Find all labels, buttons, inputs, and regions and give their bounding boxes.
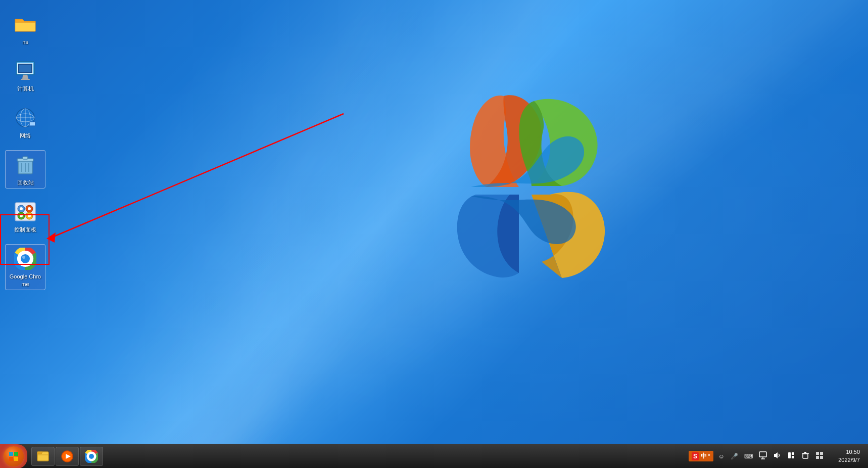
svg-point-21 bbox=[20, 207, 23, 210]
svg-rect-52 bbox=[816, 456, 819, 459]
desktop-icon-computer[interactable]: 计算机 bbox=[5, 57, 45, 94]
desktop-icon-network[interactable]: 网络 bbox=[5, 104, 45, 141]
network-icon bbox=[13, 106, 37, 130]
lang-punctuation: ° bbox=[708, 453, 710, 460]
tray-icon-speaker[interactable] bbox=[771, 450, 783, 462]
tray-icon-trash[interactable] bbox=[799, 450, 811, 462]
svg-rect-50 bbox=[816, 452, 819, 455]
desktop-icon-control-panel[interactable]: 控制面板 bbox=[5, 198, 45, 235]
svg-rect-51 bbox=[820, 452, 823, 455]
svg-line-32 bbox=[49, 114, 344, 239]
svg-rect-19 bbox=[15, 203, 35, 221]
desktop-icon-recycle[interactable]: 回收站 bbox=[5, 150, 45, 189]
svg-rect-4 bbox=[21, 79, 30, 80]
control-panel-icon bbox=[13, 200, 37, 224]
ns-icon-label: ns bbox=[22, 38, 28, 45]
chrome-taskbar-icon bbox=[84, 449, 99, 463]
desktop: ns 计算机 bbox=[0, 0, 868, 468]
recycle-icon-label: 回收站 bbox=[17, 179, 34, 186]
start-button[interactable] bbox=[0, 444, 27, 469]
recycle-icon bbox=[13, 153, 37, 177]
svg-point-39 bbox=[89, 454, 94, 459]
system-tray: ☺ 🎤 ⌨ bbox=[716, 450, 826, 462]
svg-rect-18 bbox=[23, 157, 28, 159]
desktop-icon-chrome[interactable]: Google Chrome bbox=[5, 244, 45, 290]
desktop-icon-ns[interactable]: ns bbox=[5, 10, 45, 48]
svg-point-27 bbox=[28, 214, 31, 217]
taskbar-item-player[interactable] bbox=[56, 447, 79, 466]
tray-icon-settings[interactable] bbox=[785, 450, 797, 462]
folder-icon bbox=[13, 12, 37, 36]
svg-point-25 bbox=[20, 214, 23, 217]
svg-rect-40 bbox=[759, 452, 766, 457]
svg-rect-44 bbox=[788, 452, 791, 458]
svg-rect-53 bbox=[820, 456, 823, 459]
computer-icon-label: 计算机 bbox=[17, 85, 34, 92]
svg-rect-3 bbox=[19, 65, 31, 72]
control-panel-icon-label: 控制面板 bbox=[14, 226, 36, 233]
svg-rect-46 bbox=[792, 456, 794, 458]
tray-icon-keyboard[interactable]: ⌨ bbox=[742, 452, 755, 461]
svg-rect-45 bbox=[792, 452, 794, 455]
svg-point-31 bbox=[22, 256, 25, 259]
network-icon-label: 网络 bbox=[20, 132, 31, 139]
taskbar: S 中 ° ☺ 🎤 ⌨ bbox=[0, 444, 868, 468]
taskbar-right: S 中 ° ☺ 🎤 ⌨ bbox=[685, 444, 868, 468]
player-taskbar-icon bbox=[60, 449, 74, 463]
tray-icon-grid[interactable] bbox=[813, 450, 826, 462]
language-indicator[interactable]: S 中 ° bbox=[689, 451, 713, 461]
clock-date: 2022/9/7 bbox=[838, 456, 860, 464]
svg-rect-12 bbox=[30, 122, 35, 125]
tray-icon-network2[interactable] bbox=[757, 450, 769, 462]
desktop-icons-container: ns 计算机 bbox=[0, 0, 51, 304]
svg-point-30 bbox=[21, 254, 30, 263]
explorer-taskbar-icon bbox=[36, 449, 50, 463]
sogou-s-icon: S bbox=[692, 452, 699, 460]
tray-icon-smiley[interactable]: ☺ bbox=[716, 452, 727, 461]
start-button-orb bbox=[4, 446, 24, 466]
svg-marker-43 bbox=[774, 452, 778, 458]
chrome-icon bbox=[13, 247, 37, 271]
windows-logo bbox=[413, 76, 625, 288]
taskbar-item-explorer[interactable] bbox=[31, 447, 55, 466]
lang-text: 中 bbox=[701, 452, 707, 460]
svg-point-23 bbox=[28, 207, 31, 210]
tray-icon-mic[interactable]: 🎤 bbox=[729, 452, 740, 461]
taskbar-clock[interactable]: 10:50 2022/9/7 bbox=[829, 448, 864, 464]
chrome-icon-label: Google Chrome bbox=[8, 273, 43, 288]
clock-time: 10:50 bbox=[846, 448, 860, 456]
taskbar-items bbox=[29, 444, 685, 468]
svg-point-5 bbox=[25, 75, 26, 77]
computer-icon bbox=[13, 59, 37, 83]
svg-rect-47 bbox=[803, 454, 808, 458]
taskbar-item-chrome[interactable] bbox=[80, 447, 103, 466]
